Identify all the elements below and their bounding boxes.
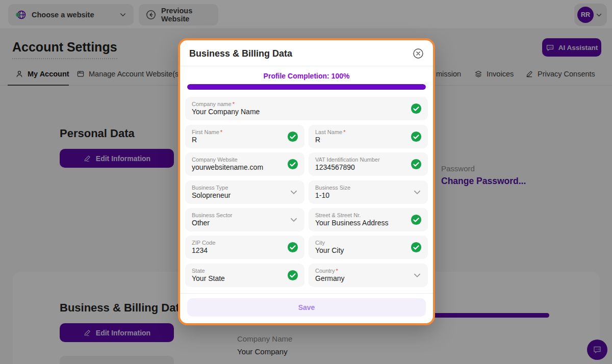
field-label: State [192, 268, 282, 274]
close-icon[interactable] [413, 48, 424, 59]
field-value: 1234567890 [315, 163, 405, 172]
field-label: Country [315, 268, 335, 274]
field-value: Your Business Address [315, 219, 405, 227]
valid-check-icon [287, 159, 298, 170]
profile-completion-bar [187, 84, 426, 90]
required-asterisk: * [233, 101, 235, 107]
field-value: Your City [315, 246, 405, 255]
modal-title: Business & Billing Data [189, 48, 292, 59]
field-value: 1234 [192, 246, 282, 255]
vat-number-field[interactable]: VAT Identification Number 1234567890 [309, 152, 428, 176]
business-type-select[interactable]: Business Type Solopreneur [185, 180, 304, 204]
field-label: City [315, 240, 405, 246]
field-value: Germany [315, 274, 405, 283]
company-name-field[interactable]: Company name* Your Company Name [185, 97, 428, 120]
modal-header: Business & Billing Data [180, 40, 433, 66]
field-label: Company Website [192, 157, 282, 163]
modal-footer: Save [180, 293, 433, 323]
valid-check-icon [287, 270, 298, 281]
required-asterisk: * [336, 268, 338, 274]
field-label: Business Type [192, 185, 282, 191]
business-size-select[interactable]: Business Size 1-10 [309, 180, 428, 204]
valid-check-icon [411, 242, 422, 253]
save-button[interactable]: Save [187, 298, 426, 317]
field-label: Business Size [315, 185, 405, 191]
profile-completion-fill [187, 84, 426, 90]
country-select[interactable]: Country* Germany [309, 264, 428, 287]
valid-check-icon [287, 242, 298, 253]
business-billing-modal: Business & Billing Data Profile Completi… [178, 38, 435, 325]
last-name-field[interactable]: Last Name* R [309, 125, 428, 148]
company-website-field[interactable]: Company Website yourwebsitename.com [185, 152, 304, 176]
valid-check-icon [411, 214, 422, 225]
field-value: Your State [192, 274, 282, 283]
field-value: Other [192, 219, 282, 227]
field-label: VAT Identification Number [315, 157, 405, 163]
field-label: Company name [192, 101, 232, 107]
state-field[interactable]: State Your State [185, 264, 304, 287]
chevron-down-icon [289, 215, 298, 224]
city-field[interactable]: City Your City [309, 236, 428, 259]
field-value: yourwebsitename.com [192, 163, 282, 172]
zip-code-field[interactable]: ZIP Code 1234 [185, 236, 304, 259]
street-field[interactable]: Street & Street Nr. Your Business Addres… [309, 208, 428, 231]
first-name-field[interactable]: First Name* R [185, 125, 304, 148]
field-value: Solopreneur [192, 191, 282, 200]
modal-form: Company name* Your Company Name First Na… [180, 90, 433, 293]
field-label: ZIP Code [192, 240, 282, 246]
chevron-down-icon [289, 188, 298, 197]
business-sector-select[interactable]: Business Sector Other [185, 208, 304, 231]
required-asterisk: * [343, 129, 345, 135]
field-value: Your Company Name [192, 108, 405, 116]
valid-check-icon [411, 159, 422, 170]
field-label: Street & Street Nr. [315, 212, 405, 219]
field-label: First Name [192, 129, 219, 135]
field-label: Business Sector [192, 212, 282, 219]
field-label: Last Name [315, 129, 342, 135]
field-value: 1-10 [315, 191, 405, 200]
valid-check-icon [411, 131, 422, 142]
valid-check-icon [287, 131, 298, 142]
profile-completion-text: Profile Completion: 100% [180, 72, 433, 80]
valid-check-icon [411, 103, 422, 114]
chevron-down-icon [413, 271, 422, 280]
field-value: R [315, 136, 405, 144]
account-settings-page: Choose a website Previous Website RR Acc… [0, 0, 612, 364]
field-value: R [192, 136, 282, 144]
required-asterisk: * [220, 129, 222, 135]
chevron-down-icon [413, 188, 422, 197]
